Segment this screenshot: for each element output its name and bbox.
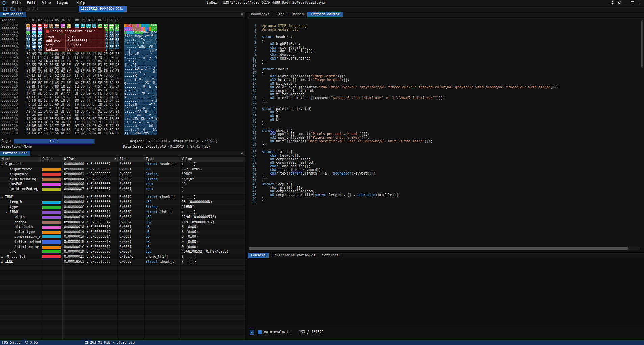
table-row[interactable]: ▼IHDR0x00000008 : 0x000000200x0019struct… (0, 194, 245, 200)
hex-byte[interactable]: F4 (38, 85, 42, 89)
code-line[interactable]: 10 char unixLineEnding; (248, 57, 644, 61)
table-row[interactable]: bit_depth0x00000018 : 0x000000180x0001u8… (0, 225, 245, 230)
hex-byte[interactable]: F4 (92, 85, 96, 89)
code-line[interactable]: 24struct palette_entry_t { (248, 107, 644, 111)
ascii-char[interactable]: d (155, 85, 157, 89)
col-header-offset[interactable]: Offset▼ (62, 157, 118, 162)
col-header-size[interactable]: Size (118, 157, 144, 162)
menu-help[interactable]: Help (73, 0, 89, 6)
col-header-name[interactable]: Name (0, 157, 41, 162)
new-file-icon[interactable] (3, 7, 7, 11)
save-icon[interactable] (18, 7, 22, 11)
hex-byte[interactable]: C2 (26, 85, 30, 89)
hex-byte[interactable]: 97 (75, 124, 79, 128)
code-line[interactable]: 4struct header_t (248, 35, 644, 39)
table-row[interactable]: filter_method0x0000001B : 0x0000001B0x00… (0, 239, 245, 245)
col-header-value[interactable]: Value (180, 157, 245, 162)
ascii-char[interactable]: . (155, 34, 157, 38)
hex-byte[interactable]: DB (38, 124, 42, 128)
table-row[interactable]: crc0x0000001D : 0x000000200x0004u3240681… (0, 249, 245, 254)
table-row[interactable]: unixLineEnding0x00000007 : 0x000000070x0… (0, 187, 245, 194)
hex-byte[interactable]: FB (115, 124, 119, 128)
hex-byte[interactable]: 4E (61, 132, 65, 135)
code-line[interactable]: 43}; (248, 176, 644, 179)
hex-byte[interactable]: 4F (104, 124, 108, 128)
tab-settings[interactable]: Settings (319, 253, 342, 258)
hex-byte[interactable]: 19 (44, 132, 48, 135)
ascii-char[interactable]: . (155, 124, 157, 128)
hex-byte[interactable]: 2E (109, 85, 114, 89)
table-row[interactable]: interlace_metho0x0000001C : 0x0000001C0x… (0, 245, 245, 250)
tab-pattern-data[interactable]: Pattern Data (0, 151, 30, 156)
code-line[interactable]: 33 u8 unit [[comment("Unit Specifier\n0:… (248, 140, 644, 143)
scrollbar-thumb[interactable] (249, 247, 628, 250)
hex-byte[interactable]: 13 (67, 85, 71, 89)
table-row[interactable]: length0x00000008 : 0x0000000B0x0004u3213… (0, 200, 245, 205)
code-line[interactable]: 42 char text[parent.length - ($ - addres… (248, 172, 644, 176)
hex-byte[interactable]: 00 (109, 34, 114, 38)
table-row[interactable]: dosLineEnding0x00000004 : 0x000000050x00… (0, 177, 245, 182)
page-slider[interactable]: 1 / 1 (14, 139, 95, 144)
table-row[interactable]: highBitByte0x00000000 : 0x000000000x0001… (0, 167, 245, 172)
hex-byte[interactable]: C6 (81, 124, 85, 128)
code-line[interactable]: 5{ (248, 39, 644, 43)
code-line[interactable]: 12 (248, 64, 644, 68)
code-line[interactable]: 3 (248, 31, 644, 35)
table-row[interactable]: width0x00000010 : 0x000000130x0004u32129… (0, 215, 245, 220)
code-line[interactable]: 6 u8 highBitByte; (248, 42, 644, 46)
hex-byte[interactable]: 66 (26, 34, 30, 38)
auto-evaluate-checkbox[interactable] (258, 330, 262, 334)
code-line[interactable]: 21 u8 interlace_method [[comment("values… (248, 96, 644, 100)
tab-hashes[interactable]: Hashes (288, 12, 307, 17)
tree-arrow-icon[interactable]: ▶ (1, 255, 5, 260)
hex-byte[interactable]: BD (55, 85, 59, 89)
hex-byte[interactable]: AB (26, 124, 30, 128)
code-line[interactable]: 29 (248, 125, 644, 129)
run-button[interactable]: ▶ (250, 330, 254, 335)
hex-byte[interactable]: 1A (49, 124, 53, 128)
table-row[interactable]: compression_met0x0000001A : 0x0000001A0x… (0, 234, 245, 239)
hex-byte[interactable]: 77 (55, 124, 59, 128)
pattern-editor-code[interactable]: 1#pragma MIME image/png2#pragma endian b… (248, 17, 644, 248)
hex-byte[interactable]: 69 (32, 34, 36, 38)
tab-environment-variables[interactable]: Environment Variables (269, 253, 319, 258)
code-line[interactable]: 50 (248, 201, 644, 204)
hex-byte[interactable]: EF (104, 132, 108, 135)
hex-byte[interactable]: 7C (109, 124, 114, 128)
hex-byte[interactable]: 62 (98, 124, 102, 128)
vertical-scrollbar[interactable] (641, 20, 643, 68)
code-line[interactable]: 22}; (248, 100, 644, 104)
table-row[interactable]: height0x00000014 : 0x000000170x0004u3275… (0, 220, 245, 225)
code-line[interactable]: 2#pragma endian big (248, 28, 644, 32)
minimize-button[interactable] (622, 0, 629, 6)
settings-gear-icon[interactable] (609, 0, 616, 6)
hex-byte[interactable]: C0 (86, 124, 91, 128)
table-row[interactable]: signature0x00000001 : 0x000000030x0003St… (0, 172, 245, 177)
close-button[interactable]: × (636, 0, 643, 6)
hex-byte[interactable]: 77 (67, 132, 71, 135)
hex-byte[interactable]: FD (44, 85, 48, 89)
hex-byte[interactable]: 30 (81, 85, 85, 89)
code-line[interactable]: 16 u32 height [[comment("Image height")]… (248, 78, 644, 82)
tree-arrow-icon[interactable]: ▼ (1, 162, 5, 167)
table-row[interactable]: color_type0x00000019 : 0x000000190x0001u… (0, 230, 245, 235)
hex-byte[interactable]: 6C (38, 34, 42, 38)
save-as-icon[interactable] (26, 7, 30, 11)
code-line[interactable]: 11}; (248, 60, 644, 64)
tab-pattern-editor[interactable]: Pattern editor (307, 12, 343, 17)
code-line[interactable]: 36struct itxt_t { (248, 150, 644, 154)
hex-byte[interactable]: 56 (55, 132, 59, 135)
code-line[interactable]: 28}; (248, 121, 644, 125)
hex-byte[interactable]: DC (98, 132, 102, 135)
ascii-char[interactable]: . (155, 132, 157, 135)
code-line[interactable]: 27 u8 b; (248, 118, 644, 122)
code-line[interactable]: 1#pragma MIME image/png (248, 24, 644, 28)
hex-byte[interactable]: 56 (86, 132, 91, 135)
hex-byte[interactable]: 96 (115, 132, 119, 135)
hex-byte[interactable]: DE (32, 124, 36, 128)
tab-console[interactable]: Console (248, 253, 269, 258)
menu-view[interactable]: View (39, 0, 54, 6)
menu-edit[interactable]: Edit (24, 0, 39, 6)
col-header-type[interactable]: Type (144, 157, 180, 162)
close-icon[interactable]: × (241, 151, 243, 156)
